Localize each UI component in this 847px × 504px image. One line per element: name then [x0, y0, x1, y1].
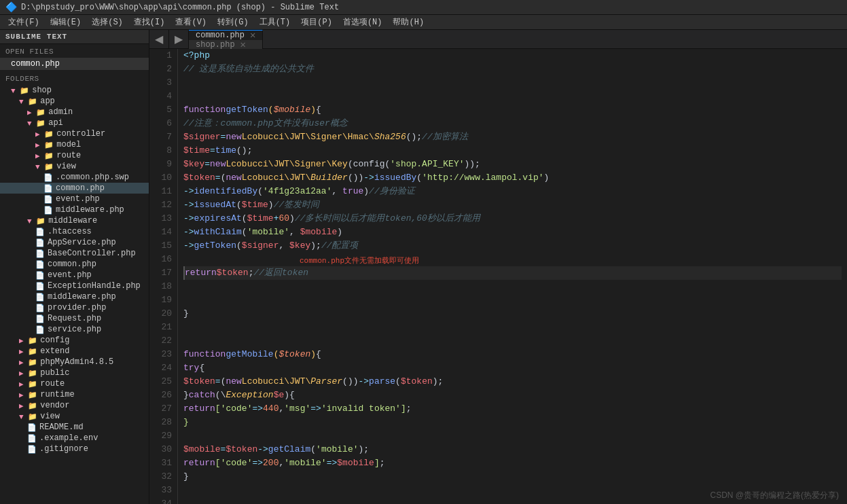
folder-extend[interactable]: ▶ 📁extend [0, 346, 149, 357]
folder-api[interactable]: ▼ 📁api [0, 118, 149, 128]
code-line-20: } [183, 307, 842, 321]
menu-item[interactable]: 转到(G) [212, 15, 254, 29]
menu-item[interactable]: 文件(F) [3, 15, 45, 29]
line-number-26: 26 [155, 389, 172, 402]
folder-controller[interactable]: ▶ 📁controller [0, 128, 149, 139]
code-line-26: }catch(\Exception $e){ [183, 389, 842, 402]
code-line-9: $key = new Lcobucci\JWT\Signer\Key(confi… [183, 158, 842, 171]
line-number-14: 14 [155, 226, 172, 239]
code-line-5: function getToken($mobile){ [183, 103, 842, 117]
file-common.php[interactable]: 📄common.php [0, 259, 149, 270]
nav-forward-button[interactable]: ▶ [169, 30, 189, 48]
line-number-22: 22 [155, 334, 172, 348]
menu-item[interactable]: 帮助(H) [387, 15, 429, 29]
folder-middleware[interactable]: ▼ 📁middleware [0, 215, 149, 226]
folder-config[interactable]: ▶ 📁config [0, 335, 149, 346]
file-common.php[interactable]: 📄common.php [0, 183, 149, 194]
code-line-12: ->issuedAt($time)//签发时间 [183, 198, 842, 212]
folder-view[interactable]: ▼ 📁view [0, 161, 149, 172]
folders-section: FOLDERS ▼ 📁shop▼ 📁app▶ 📁admin▼ 📁api▶ 📁co… [0, 73, 149, 454]
folder-admin[interactable]: ▶ 📁admin [0, 107, 149, 118]
folder-route[interactable]: ▶ 📁route [0, 378, 149, 389]
titlebar-title: D:\phpstudy_pro\WWW\shop\app\api\common.… [21, 3, 339, 12]
right-panel: ◀ ▶ common.php✕shop.php✕ 123456789101112… [149, 30, 847, 504]
file-Request.php[interactable]: 📄Request.php [0, 313, 149, 324]
file-README.md[interactable]: 📄README.md [0, 422, 149, 433]
code-line-14: ->withClaim('mobile', $mobile) [183, 226, 842, 239]
line-number-11: 11 [155, 185, 172, 198]
open-files-label: OPEN FILES [0, 46, 149, 58]
line-number-31: 31 [155, 456, 172, 470]
folder-model[interactable]: ▶ 📁model [0, 139, 149, 150]
file-service.php[interactable]: 📄service.php [0, 324, 149, 335]
nav-back-button[interactable]: ◀ [149, 30, 169, 48]
file-.common.php.swp[interactable]: 📄.common.php.swp [0, 172, 149, 183]
line-number-25: 25 [155, 375, 172, 389]
line-number-20: 20 [155, 307, 172, 321]
menu-item[interactable]: 项目(P) [295, 15, 338, 29]
code-line-24: try{ [183, 361, 842, 375]
main-layout: SUBLIME TEXT OPEN FILES common.php FOLDE… [0, 30, 847, 504]
tab-shop-php[interactable]: shop.php✕ [189, 40, 263, 50]
code-line-23: function getMobile($token){ [183, 348, 842, 361]
file-BaseController.php[interactable]: 📄BaseController.php [0, 248, 149, 259]
file-event.php[interactable]: 📄event.php [0, 270, 149, 281]
code-line-8: $time = time(); [183, 144, 842, 158]
file-AppService.php[interactable]: 📄AppService.php [0, 237, 149, 248]
file-.htaccess[interactable]: 📄.htaccess [0, 226, 149, 237]
code-area[interactable]: 1234567891011121314151617181920212223242… [149, 49, 847, 504]
file-.gitignore[interactable]: 📄.gitignore [0, 444, 149, 454]
line-number-27: 27 [155, 402, 172, 416]
menu-item[interactable]: 编辑(E) [45, 15, 87, 29]
file-middleware.php[interactable]: 📄middleware.php [0, 204, 149, 215]
line-number-1: 1 [155, 49, 172, 62]
open-file-common-php[interactable]: common.php [0, 58, 149, 70]
menubar: 文件(F)编辑(E)选择(S)查找(I)查看(V)转到(G)工具(T)项目(P)… [0, 15, 847, 30]
folder-route[interactable]: ▶ 📁route [0, 150, 149, 161]
code-line-11: ->identifiedBy('4f1g23a12aa', true)//身份验… [183, 185, 842, 198]
folder-view[interactable]: ▼ 📁view [0, 411, 149, 422]
code-line-22 [183, 334, 842, 348]
app-icon: 🔷 [5, 1, 17, 13]
watermark: CSDN @贵哥的编程之路(热爱分享) [710, 490, 839, 501]
code-line-3 [183, 76, 842, 90]
line-number-7: 7 [155, 130, 172, 144]
folder-vendor[interactable]: ▶ 📁vendor [0, 400, 149, 411]
code-line-29 [183, 429, 842, 443]
file-.example.env[interactable]: 📄.example.env [0, 433, 149, 444]
file-middleware.php[interactable]: 📄middleware.php [0, 291, 149, 302]
line-number-28: 28 [155, 416, 172, 429]
code-content: <?php// 这是系统自动生成的公共文件 function getToken(… [178, 49, 847, 504]
file-provider.php[interactable]: 📄provider.php [0, 302, 149, 313]
folder-shop[interactable]: ▼ 📁shop [0, 85, 149, 96]
menu-item[interactable]: 工具(T) [254, 15, 296, 29]
sidebar-header: SUBLIME TEXT [0, 30, 149, 44]
line-number-30: 30 [155, 443, 172, 456]
folder-public[interactable]: ▶ 📁public [0, 367, 149, 378]
code-line-4 [183, 90, 842, 103]
line-number-17: 17 [155, 266, 172, 280]
folder-runtime[interactable]: ▶ 📁runtime [0, 389, 149, 400]
line-number-21: 21 [155, 321, 172, 334]
menu-item[interactable]: 选择(S) [86, 15, 128, 29]
menu-item[interactable]: 查看(V) [170, 15, 212, 29]
tabs-container: common.php✕shop.php✕ [189, 30, 263, 48]
code-line-16 [183, 253, 842, 266]
folder-app[interactable]: ▼ 📁app [0, 96, 149, 107]
file-ExceptionHandle.php[interactable]: 📄ExceptionHandle.php [0, 281, 149, 291]
menu-item[interactable]: 查找(I) [128, 15, 170, 29]
code-line-25: $token = (new Lcobucci\JWT\Parser())->pa… [183, 375, 842, 389]
line-number-18: 18 [155, 280, 172, 293]
folder-phpMyAdmin4.8.5[interactable]: ▶ 📁phpMyAdmin4.8.5 [0, 357, 149, 367]
line-number-19: 19 [155, 293, 172, 307]
folders-label: FOLDERS [0, 73, 149, 85]
line-number-33: 33 [155, 484, 172, 497]
code-line-21 [183, 321, 842, 334]
tab-common-php[interactable]: common.php✕ [189, 30, 263, 40]
code-line-6: //注意：common.php文件没有user概念 [183, 117, 842, 130]
code-line-17: return $token;//返回token [183, 266, 842, 280]
sidebar: SUBLIME TEXT OPEN FILES common.php FOLDE… [0, 30, 149, 504]
line-number-5: 5 [155, 103, 172, 117]
file-event.php[interactable]: 📄event.php [0, 194, 149, 204]
menu-item[interactable]: 首选项(N) [338, 15, 388, 29]
